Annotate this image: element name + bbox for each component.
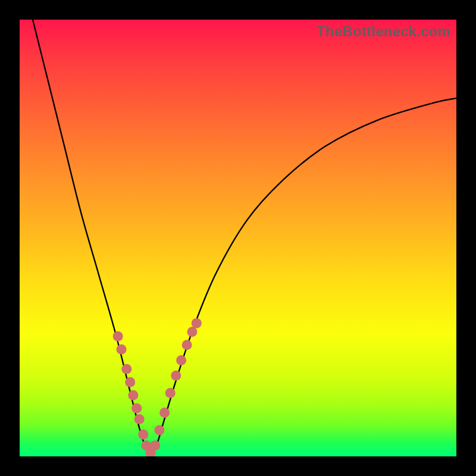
chart-svg [20,20,456,456]
plot-area: TheBottleneck.com [20,20,456,456]
highlight-point [176,355,186,365]
highlight-point [150,440,160,450]
chart-frame: TheBottleneck.com [0,0,476,476]
highlight-point [125,377,135,387]
highlight-point [159,408,170,418]
highlight-point [131,403,142,414]
highlight-point [121,364,131,374]
highlight-point [165,388,176,398]
highlight-point [182,340,192,350]
highlight-point [128,390,138,400]
highlight-point [187,327,197,337]
highlight-point [138,430,148,440]
highlight-point [113,331,123,342]
highlight-point [192,318,202,328]
highlight-point [117,345,127,355]
highlight-point [171,371,181,381]
highlight-markers [113,318,202,456]
bottleneck-curve [33,20,456,454]
highlight-point [134,414,145,424]
highlight-point [154,425,164,435]
